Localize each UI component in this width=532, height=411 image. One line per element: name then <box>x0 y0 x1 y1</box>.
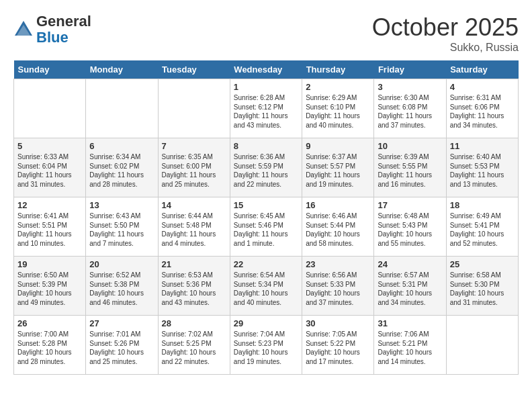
day-info: Sunrise: 6:56 AM Sunset: 5:33 PM Dayligh… <box>306 271 370 307</box>
day-info: Sunrise: 6:39 AM Sunset: 5:55 PM Dayligh… <box>378 152 442 189</box>
calendar-cell: 23Sunrise: 6:56 AM Sunset: 5:33 PM Dayli… <box>302 257 374 316</box>
calendar-cell: 13Sunrise: 6:43 AM Sunset: 5:50 PM Dayli… <box>86 197 158 257</box>
calendar-cell: 7Sunrise: 6:35 AM Sunset: 6:00 PM Daylig… <box>158 138 230 197</box>
day-info: Sunrise: 6:29 AM Sunset: 6:10 PM Dayligh… <box>306 93 370 130</box>
day-number: 23 <box>306 259 370 269</box>
day-info: Sunrise: 6:46 AM Sunset: 5:44 PM Dayligh… <box>306 212 370 248</box>
calendar-cell: 4Sunrise: 6:31 AM Sunset: 6:06 PM Daylig… <box>446 79 518 138</box>
calendar-week-4: 19Sunrise: 6:50 AM Sunset: 5:39 PM Dayli… <box>14 257 519 316</box>
calendar-week-2: 5Sunrise: 6:33 AM Sunset: 6:04 PM Daylig… <box>14 138 519 197</box>
day-number: 30 <box>306 318 370 328</box>
calendar-cell: 5Sunrise: 6:33 AM Sunset: 6:04 PM Daylig… <box>14 138 86 197</box>
calendar-cell: 22Sunrise: 6:54 AM Sunset: 5:34 PM Dayli… <box>230 257 302 316</box>
calendar-cell: 15Sunrise: 6:45 AM Sunset: 5:46 PM Dayli… <box>230 197 302 257</box>
day-number: 15 <box>234 200 298 210</box>
day-info: Sunrise: 6:49 AM Sunset: 5:41 PM Dayligh… <box>450 212 515 248</box>
calendar-cell: 1Sunrise: 6:28 AM Sunset: 6:12 PM Daylig… <box>230 79 302 138</box>
page-header: General Blue October 2025 Sukko, Russia <box>13 13 519 54</box>
day-number: 27 <box>89 318 154 328</box>
day-info: Sunrise: 6:57 AM Sunset: 5:31 PM Dayligh… <box>378 271 442 307</box>
day-header-thursday: Thursday <box>302 60 374 79</box>
calendar-cell: 31Sunrise: 7:06 AM Sunset: 5:21 PM Dayli… <box>374 316 446 375</box>
calendar-cell: 25Sunrise: 6:58 AM Sunset: 5:30 PM Dayli… <box>446 257 518 316</box>
day-number: 11 <box>450 141 515 151</box>
day-info: Sunrise: 7:04 AM Sunset: 5:23 PM Dayligh… <box>234 330 298 366</box>
day-number: 17 <box>378 200 442 210</box>
day-number: 18 <box>450 200 515 210</box>
day-info: Sunrise: 6:53 AM Sunset: 5:36 PM Dayligh… <box>162 271 226 307</box>
day-info: Sunrise: 6:40 AM Sunset: 5:53 PM Dayligh… <box>450 152 515 189</box>
day-info: Sunrise: 7:02 AM Sunset: 5:25 PM Dayligh… <box>162 330 226 366</box>
calendar-cell <box>446 316 518 375</box>
calendar-week-3: 12Sunrise: 6:41 AM Sunset: 5:51 PM Dayli… <box>14 197 519 257</box>
calendar-cell: 19Sunrise: 6:50 AM Sunset: 5:39 PM Dayli… <box>14 257 86 316</box>
calendar-cell <box>158 79 230 138</box>
day-number: 29 <box>234 318 298 328</box>
day-info: Sunrise: 6:58 AM Sunset: 5:30 PM Dayligh… <box>450 271 515 307</box>
day-info: Sunrise: 6:48 AM Sunset: 5:43 PM Dayligh… <box>378 212 442 248</box>
calendar-cell: 6Sunrise: 6:34 AM Sunset: 6:02 PM Daylig… <box>86 138 158 197</box>
day-number: 21 <box>162 259 226 269</box>
location-subtitle: Sukko, Russia <box>372 42 519 54</box>
day-number: 14 <box>162 200 226 210</box>
day-info: Sunrise: 6:28 AM Sunset: 6:12 PM Dayligh… <box>234 93 298 130</box>
calendar-cell: 12Sunrise: 6:41 AM Sunset: 5:51 PM Dayli… <box>14 197 86 257</box>
calendar-cell: 21Sunrise: 6:53 AM Sunset: 5:36 PM Dayli… <box>158 257 230 316</box>
calendar-cell: 27Sunrise: 7:01 AM Sunset: 5:26 PM Dayli… <box>86 316 158 375</box>
day-number: 28 <box>162 318 226 328</box>
day-header-saturday: Saturday <box>446 60 518 79</box>
day-info: Sunrise: 6:50 AM Sunset: 5:39 PM Dayligh… <box>17 271 82 307</box>
calendar-cell: 17Sunrise: 6:48 AM Sunset: 5:43 PM Dayli… <box>374 197 446 257</box>
day-header-tuesday: Tuesday <box>158 60 230 79</box>
logo-general-text: General <box>36 13 91 30</box>
calendar-cell: 30Sunrise: 7:05 AM Sunset: 5:22 PM Dayli… <box>302 316 374 375</box>
day-number: 26 <box>17 318 82 328</box>
calendar-cell: 18Sunrise: 6:49 AM Sunset: 5:41 PM Dayli… <box>446 197 518 257</box>
month-title: October 2025 <box>372 13 519 42</box>
day-number: 9 <box>306 141 370 151</box>
calendar-cell: 26Sunrise: 7:00 AM Sunset: 5:28 PM Dayli… <box>14 316 86 375</box>
day-number: 13 <box>89 200 154 210</box>
day-info: Sunrise: 6:44 AM Sunset: 5:48 PM Dayligh… <box>162 212 226 248</box>
day-info: Sunrise: 6:41 AM Sunset: 5:51 PM Dayligh… <box>17 212 82 248</box>
day-info: Sunrise: 7:05 AM Sunset: 5:22 PM Dayligh… <box>306 330 370 366</box>
calendar-cell: 24Sunrise: 6:57 AM Sunset: 5:31 PM Dayli… <box>374 257 446 316</box>
day-info: Sunrise: 6:34 AM Sunset: 6:02 PM Dayligh… <box>89 152 154 189</box>
calendar-cell: 29Sunrise: 7:04 AM Sunset: 5:23 PM Dayli… <box>230 316 302 375</box>
day-number: 6 <box>89 141 154 151</box>
calendar-cell: 10Sunrise: 6:39 AM Sunset: 5:55 PM Dayli… <box>374 138 446 197</box>
day-number: 22 <box>234 259 298 269</box>
day-number: 5 <box>17 141 82 151</box>
day-number: 31 <box>378 318 442 328</box>
logo-blue-text: Blue <box>36 29 69 46</box>
day-info: Sunrise: 6:36 AM Sunset: 5:59 PM Dayligh… <box>234 152 298 189</box>
calendar-week-1: 1Sunrise: 6:28 AM Sunset: 6:12 PM Daylig… <box>14 79 519 138</box>
calendar-cell: 16Sunrise: 6:46 AM Sunset: 5:44 PM Dayli… <box>302 197 374 257</box>
calendar-cell: 2Sunrise: 6:29 AM Sunset: 6:10 PM Daylig… <box>302 79 374 138</box>
day-number: 4 <box>450 82 515 92</box>
calendar-cell: 14Sunrise: 6:44 AM Sunset: 5:48 PM Dayli… <box>158 197 230 257</box>
day-number: 16 <box>306 200 370 210</box>
calendar-cell: 9Sunrise: 6:37 AM Sunset: 5:57 PM Daylig… <box>302 138 374 197</box>
calendar-cell: 11Sunrise: 6:40 AM Sunset: 5:53 PM Dayli… <box>446 138 518 197</box>
day-info: Sunrise: 6:43 AM Sunset: 5:50 PM Dayligh… <box>89 212 154 248</box>
day-number: 10 <box>378 141 442 151</box>
calendar-table: SundayMondayTuesdayWednesdayThursdayFrid… <box>13 60 519 375</box>
day-header-monday: Monday <box>86 60 158 79</box>
calendar-week-5: 26Sunrise: 7:00 AM Sunset: 5:28 PM Dayli… <box>14 316 519 375</box>
day-info: Sunrise: 6:37 AM Sunset: 5:57 PM Dayligh… <box>306 152 370 189</box>
day-header-sunday: Sunday <box>14 60 86 79</box>
day-info: Sunrise: 7:06 AM Sunset: 5:21 PM Dayligh… <box>378 330 442 366</box>
day-info: Sunrise: 6:31 AM Sunset: 6:06 PM Dayligh… <box>450 93 515 130</box>
day-number: 19 <box>17 259 82 269</box>
day-info: Sunrise: 6:30 AM Sunset: 6:08 PM Dayligh… <box>378 93 442 130</box>
logo-icon <box>13 19 34 40</box>
day-number: 2 <box>306 82 370 92</box>
calendar-cell: 8Sunrise: 6:36 AM Sunset: 5:59 PM Daylig… <box>230 138 302 197</box>
day-number: 8 <box>234 141 298 151</box>
calendar-cell <box>14 79 86 138</box>
day-info: Sunrise: 6:35 AM Sunset: 6:00 PM Dayligh… <box>162 152 226 189</box>
day-number: 3 <box>378 82 442 92</box>
day-number: 25 <box>450 259 515 269</box>
day-info: Sunrise: 6:45 AM Sunset: 5:46 PM Dayligh… <box>234 212 298 248</box>
